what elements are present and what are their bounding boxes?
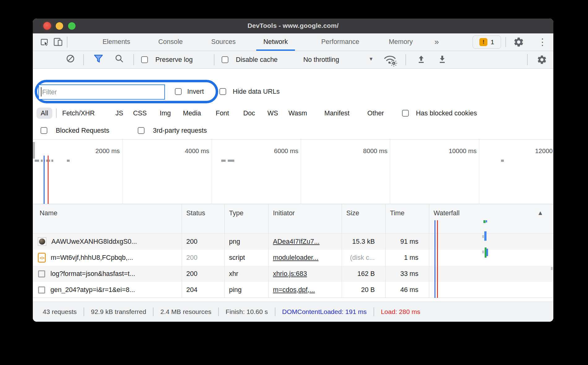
clear-icon[interactable] — [66, 54, 75, 64]
filter-chip-js[interactable]: JS — [115, 105, 123, 121]
load-event-line — [48, 156, 49, 204]
filter-chip-wasm[interactable]: Wasm — [288, 105, 307, 121]
sort-ascending-icon[interactable]: ▲ — [537, 209, 543, 217]
column-header-type[interactable]: Type — [225, 204, 269, 234]
activity-dash — [228, 160, 234, 162]
timeline-scroll-handle — [33, 142, 35, 159]
toolbar-divider — [83, 54, 84, 65]
filter-chip-img[interactable]: Img — [160, 105, 171, 121]
waterfall-bar-partial — [483, 220, 486, 223]
toolbar-divider — [527, 54, 528, 65]
table-row[interactable]: log?format=json&hasfast=t... 200 xhr xhr… — [33, 266, 553, 282]
table-row[interactable]: <>m=Wt6vjf,hhhU8,FCpbqb,... 200 script m… — [33, 250, 553, 266]
name-cell: AAWUweXANHG8IddxgS0... — [33, 234, 182, 250]
disable-cache-checkbox[interactable] — [222, 56, 228, 63]
filter-chip-ws[interactable]: WS — [267, 105, 278, 121]
column-header-status[interactable]: Status — [182, 204, 225, 234]
issues-counter-button[interactable]: ! 1 — [473, 36, 501, 49]
has-blocked-cookies-checkbox[interactable] — [402, 110, 409, 117]
network-settings-gear-icon[interactable] — [537, 54, 547, 66]
filter-chip-css[interactable]: CSS — [133, 105, 147, 121]
request-filter-row: Blocked Requests 3rd-party requests — [33, 123, 553, 138]
status-cell: 200 — [182, 234, 225, 250]
filter-placeholder: Filter — [42, 85, 57, 99]
column-header-waterfall[interactable]: Waterfall — [429, 204, 553, 234]
toolbar-divider — [405, 54, 406, 65]
import-har-icon[interactable] — [417, 55, 426, 66]
column-header-initiator[interactable]: Initiator — [269, 204, 342, 234]
time-cell: 1 ms — [386, 250, 429, 266]
record-button[interactable] — [43, 22, 51, 30]
more-tabs-icon[interactable]: » — [430, 33, 443, 49]
invert-checkbox[interactable] — [175, 88, 182, 95]
size-cell: 162 B — [342, 266, 386, 282]
hide-data-urls-checkbox[interactable] — [219, 88, 226, 95]
file-icon — [38, 270, 45, 277]
request-name: gen_204?atyp=i&r=1&ei=8... — [50, 286, 135, 294]
tab-network[interactable]: Network — [256, 33, 295, 51]
initiator-link[interactable]: ADea4I7IfZu7... — [273, 238, 320, 246]
timeline-overview[interactable]: 2000 ms 4000 ms 6000 ms 8000 ms 10000 ms… — [33, 139, 553, 204]
waterfall-cell — [429, 282, 553, 298]
size-cell: 20 B — [342, 282, 386, 298]
filter-funnel-icon[interactable] — [93, 54, 103, 65]
tab-sources[interactable]: Sources — [206, 33, 241, 49]
timeline-tick-label: 6000 ms — [258, 147, 298, 155]
tab-console[interactable]: Console — [153, 33, 188, 49]
kebab-menu-icon[interactable]: ⋮ — [538, 35, 547, 49]
timeline-gridline — [390, 140, 390, 204]
filter-chip-media[interactable]: Media — [183, 105, 201, 121]
status-divider — [275, 307, 275, 316]
timeline-gridline — [479, 140, 479, 204]
tab-memory[interactable]: Memory — [382, 33, 420, 49]
timeline-tick-label: 4000 ms — [169, 147, 209, 155]
issues-count: 1 — [491, 38, 494, 46]
throttling-select[interactable]: No throttling — [303, 56, 339, 64]
warning-icon: ! — [479, 38, 487, 46]
table-row[interactable]: AAWUweXANHG8IddxgS0... 200 png ADea4I7If… — [33, 234, 553, 250]
initiator-link[interactable]: xhrio.js:683 — [273, 270, 307, 278]
device-toolbar-icon[interactable] — [53, 37, 64, 48]
timeline-gridline — [122, 140, 123, 204]
tab-elements[interactable]: Elements — [96, 33, 136, 49]
blocked-requests-label: Blocked Requests — [56, 123, 109, 138]
column-header-name[interactable]: Name — [33, 204, 182, 234]
table-row[interactable]: gen_204?atyp=i&r=1&ei=8... 204 ping m=cd… — [33, 282, 553, 298]
timeline-tick-label: 10000 ms — [436, 147, 477, 155]
initiator-cell: m=cdos,dpf,... — [269, 282, 342, 298]
filter-chip-other[interactable]: Other — [367, 105, 384, 121]
status-cell: 200 — [182, 250, 225, 266]
blocked-requests-checkbox[interactable] — [41, 127, 47, 134]
activity-dash — [51, 160, 53, 162]
avatar — [39, 238, 45, 245]
file-icon — [38, 286, 45, 294]
chevron-down-icon[interactable]: ▼ — [369, 56, 374, 62]
timeline-tick-label: 2000 ms — [80, 147, 120, 155]
waterfall-waiting-tick — [482, 235, 484, 238]
search-icon[interactable] — [115, 54, 124, 64]
table-bottom-border — [33, 298, 553, 298]
activity-dash — [49, 160, 50, 162]
settings-gear-icon[interactable] — [513, 36, 524, 49]
tab-performance[interactable]: Performance — [310, 33, 370, 49]
third-party-requests-checkbox[interactable] — [138, 127, 145, 134]
filter-chip-doc[interactable]: Doc — [243, 105, 255, 121]
waterfall-bar — [484, 231, 486, 241]
timeline-tick-label: 12000 ms — [523, 147, 553, 155]
export-har-icon[interactable] — [438, 55, 447, 66]
time-cell: 46 ms — [386, 282, 429, 298]
initiator-link[interactable]: moduleloader... — [273, 254, 318, 262]
filter-chip-all[interactable]: All — [37, 108, 52, 119]
preserve-log-checkbox[interactable] — [141, 56, 148, 63]
type-cell: script — [225, 250, 269, 266]
filter-chip-font[interactable]: Font — [216, 105, 229, 121]
network-conditions-icon[interactable] — [383, 54, 398, 68]
initiator-link[interactable]: m=cdos,dpf,... — [273, 286, 315, 294]
filter-chip-manifest[interactable]: Manifest — [324, 105, 349, 121]
inspect-element-icon[interactable] — [40, 37, 50, 48]
filter-chip-fetch-xhr[interactable]: Fetch/XHR — [62, 105, 95, 121]
request-name: log?format=json&hasfast=t... — [50, 270, 135, 278]
column-header-time[interactable]: Time — [386, 204, 429, 234]
column-header-size[interactable]: Size — [342, 204, 386, 234]
filter-input[interactable]: Filter — [38, 84, 165, 100]
